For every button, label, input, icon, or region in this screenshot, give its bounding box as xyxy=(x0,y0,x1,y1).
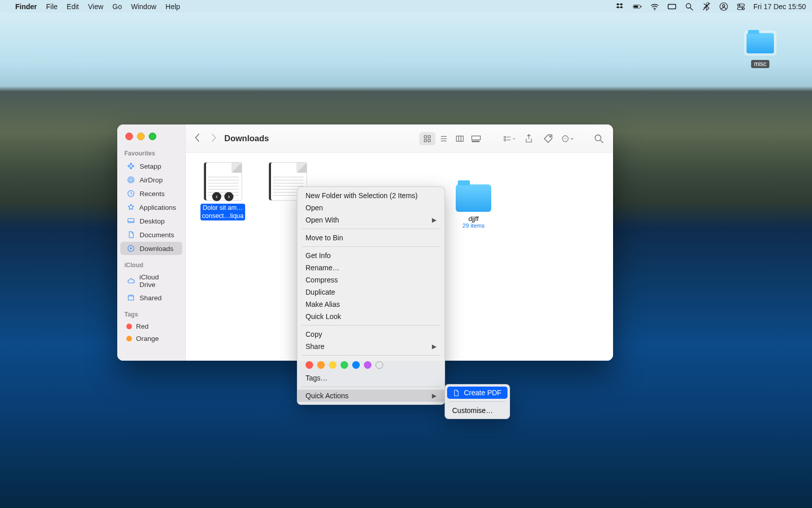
svg-rect-19 xyxy=(128,218,134,223)
tag-color-yellow[interactable] xyxy=(329,361,336,369)
icon-view-button[interactable] xyxy=(419,132,435,145)
svg-rect-32 xyxy=(472,141,473,142)
ctx-compress[interactable]: Compress xyxy=(297,274,445,286)
sidebar-item-recents[interactable]: Recents xyxy=(120,187,182,200)
forward-button[interactable] xyxy=(210,133,217,144)
tag-color-red[interactable] xyxy=(306,361,313,369)
bluetooth-off-icon[interactable] xyxy=(702,2,711,11)
qa-create-pdf[interactable]: Create PDF xyxy=(447,387,507,399)
quicklook-arrows[interactable]: ‹› xyxy=(212,192,233,201)
svg-point-43 xyxy=(565,138,565,139)
ctx-duplicate[interactable]: Duplicate xyxy=(297,286,445,298)
ctx-quick-actions[interactable]: Quick Actions▶ xyxy=(297,390,445,402)
svg-rect-2 xyxy=(633,6,637,8)
sidebar-tag-orange[interactable]: Orange xyxy=(120,333,182,344)
ctx-open-with[interactable]: Open With▶ xyxy=(297,214,445,226)
menu-file[interactable]: File xyxy=(46,3,58,11)
minimize-button[interactable] xyxy=(137,133,145,140)
ctx-move-to-bin[interactable]: Move to Bin xyxy=(297,232,445,244)
search-button[interactable] xyxy=(593,133,605,145)
tag-color-none[interactable] xyxy=(376,361,383,369)
svg-point-42 xyxy=(564,138,564,139)
ctx-copy[interactable]: Copy xyxy=(297,328,445,340)
more-button[interactable] xyxy=(561,133,573,145)
sidebar-section-favourites: Favourites xyxy=(117,149,185,159)
sidebar-item-label: iCloud Drive xyxy=(140,273,176,289)
chevron-right-icon: ▶ xyxy=(432,343,436,350)
tag-color-purple[interactable] xyxy=(364,361,371,369)
menu-view[interactable]: View xyxy=(88,3,103,11)
tag-color-blue[interactable] xyxy=(352,361,360,369)
menu-window[interactable]: Window xyxy=(131,3,156,11)
ctx-get-info[interactable]: Get Info xyxy=(297,249,445,262)
file-item-selected-1[interactable]: ‹› Dolor sit am… consect…liqua xyxy=(199,162,247,220)
quick-actions-submenu: Create PDF Customise… xyxy=(445,384,510,419)
tag-color-green[interactable] xyxy=(341,361,348,369)
tags-button[interactable] xyxy=(542,133,554,145)
menubar-clock[interactable]: Fri 17 Dec 15:50 xyxy=(754,3,806,11)
ctx-tags[interactable]: Tags… xyxy=(297,372,445,384)
battery-icon[interactable] xyxy=(633,2,642,11)
svg-rect-31 xyxy=(472,136,481,140)
share-button[interactable] xyxy=(523,133,535,145)
svg-rect-21 xyxy=(424,136,427,138)
folder-item-djjff[interactable]: djjff 29 items xyxy=(446,184,501,229)
sidebar-item-icloud-drive[interactable]: iCloud Drive xyxy=(120,271,182,291)
ctx-tag-colors xyxy=(297,358,445,372)
sidebar-item-shared[interactable]: Shared xyxy=(120,291,182,304)
group-button[interactable] xyxy=(503,133,516,145)
list-view-button[interactable] xyxy=(435,132,452,145)
back-button[interactable] xyxy=(194,133,201,144)
sidebar-section-icloud: iCloud xyxy=(117,261,185,271)
ctx-share[interactable]: Share▶ xyxy=(297,340,445,353)
ctx-quick-look[interactable]: Quick Look xyxy=(297,310,445,323)
control-center-icon[interactable] xyxy=(736,2,746,11)
svg-rect-22 xyxy=(428,136,431,138)
menu-go[interactable]: Go xyxy=(113,3,122,11)
menu-edit[interactable]: Edit xyxy=(66,3,79,11)
app-name[interactable]: Finder xyxy=(15,3,37,11)
icloud-icon xyxy=(126,276,136,285)
separator xyxy=(301,246,441,247)
qa-customise[interactable]: Customise… xyxy=(447,404,507,417)
wifi-icon[interactable] xyxy=(650,2,659,11)
svg-rect-36 xyxy=(504,136,505,138)
ctx-make-alias[interactable]: Make Alias xyxy=(297,298,445,310)
gallery-view-button[interactable] xyxy=(468,132,484,145)
sidebar-item-downloads[interactable]: Downloads xyxy=(120,242,182,255)
zoom-button[interactable] xyxy=(149,133,156,140)
sidebar-item-label: Red xyxy=(136,323,149,330)
dropbox-icon[interactable] xyxy=(616,2,625,11)
close-button[interactable] xyxy=(125,133,133,140)
sidebar-item-desktop[interactable]: Desktop xyxy=(120,214,182,228)
menu-help[interactable]: Help xyxy=(165,3,180,11)
menubar: Finder File Edit View Go Window Help Fri… xyxy=(0,0,812,13)
keyboard-icon[interactable] xyxy=(667,2,676,11)
sidebar-item-label: Setapp xyxy=(140,163,161,170)
svg-rect-23 xyxy=(424,139,427,142)
svg-point-17 xyxy=(130,179,131,180)
svg-rect-24 xyxy=(428,139,431,142)
svg-rect-5 xyxy=(668,5,675,9)
sidebar-item-applications[interactable]: Applications xyxy=(120,201,182,214)
sidebar-item-airdrop[interactable]: AirDrop xyxy=(120,173,182,186)
ctx-new-folder-with-selection[interactable]: New Folder with Selection (2 Items) xyxy=(297,189,445,202)
separator xyxy=(301,229,441,229)
sidebar-tag-red[interactable]: Red xyxy=(120,321,182,332)
view-switcher xyxy=(419,132,484,145)
separator xyxy=(301,325,441,326)
column-view-button[interactable] xyxy=(452,132,468,145)
ctx-rename[interactable]: Rename… xyxy=(297,262,445,274)
ctx-open[interactable]: Open xyxy=(297,202,445,214)
svg-point-12 xyxy=(738,4,740,6)
document-icon xyxy=(452,389,460,397)
sidebar-item-label: Documents xyxy=(140,231,174,239)
submenu-label: Create PDF xyxy=(464,389,501,397)
spotlight-icon[interactable] xyxy=(685,2,694,11)
sidebar-item-documents[interactable]: Documents xyxy=(120,228,182,241)
desktop-folder-misc[interactable]: misc xyxy=(741,30,779,68)
context-menu: New Folder with Selection (2 Items) Open… xyxy=(297,186,445,405)
sidebar-item-setapp[interactable]: Setapp xyxy=(120,160,182,173)
user-icon[interactable] xyxy=(719,2,728,11)
tag-color-orange[interactable] xyxy=(317,361,325,369)
